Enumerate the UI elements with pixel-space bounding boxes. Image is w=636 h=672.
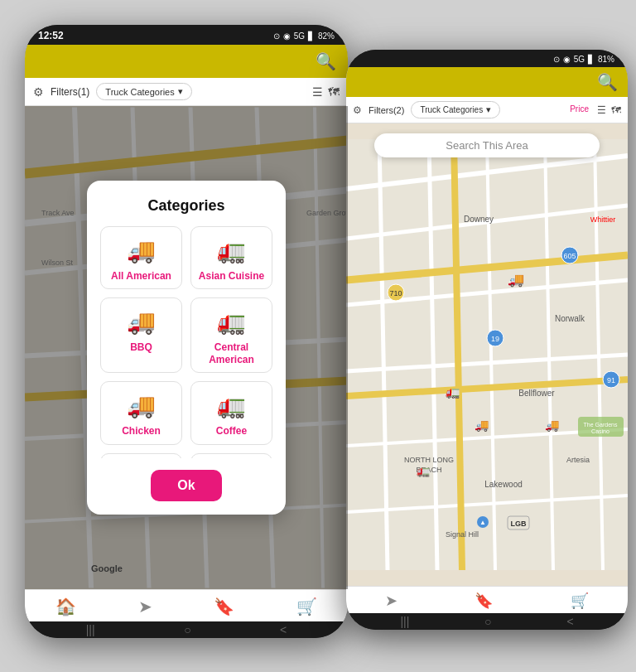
coffee-label: Coffee <box>216 425 247 437</box>
svg-text:Signal Hill: Signal Hill <box>446 530 479 539</box>
svg-text:19: 19 <box>491 335 499 343</box>
nav-cart-left[interactable]: 🛒 <box>296 597 317 616</box>
back-gesture-right: ||| <box>400 615 409 628</box>
back-gesture-left: ||| <box>86 623 95 636</box>
category-bbq[interactable]: 🚚 BBQ <box>100 297 182 373</box>
filter-bar-right: ⚙ Filters(2) Truck Categories ▾ Price ☰ … <box>346 97 628 123</box>
bottom-nav-left: 🏠 ➤ 🔖 🛒 <box>25 589 348 621</box>
phone-right: ⊙ ◉ 5G ▋ 81% 🔍 ⚙ Filters(2) Truck Catego… <box>346 50 628 630</box>
search-icon-left[interactable]: 🔍 <box>316 51 336 71</box>
category-item7[interactable]: 🚚 <box>100 453 182 458</box>
app-screen-right: 🔍 ⚙ Filters(2) Truck Categories ▾ Price … <box>346 67 628 613</box>
filters-label-left[interactable]: Filters(1) <box>51 86 89 98</box>
recent-gesture-right: < <box>566 615 573 628</box>
svg-text:Norwalk: Norwalk <box>555 314 585 323</box>
modal-overlay: Categories 🚚 All American 🚛 Asian Cuisin… <box>25 106 348 589</box>
bbq-label: BBQ <box>130 341 152 353</box>
category-central-american[interactable]: 🚛 Central American <box>190 297 272 373</box>
svg-text:🚚: 🚚 <box>545 418 560 433</box>
svg-text:Downey: Downey <box>464 215 494 224</box>
home-indicator-right: ||| ○ < <box>346 613 628 630</box>
recent-gesture-left: < <box>280 623 287 636</box>
nav-location-right[interactable]: ➤ <box>385 592 398 610</box>
svg-text:🚛: 🚛 <box>417 464 431 478</box>
status-icons-right: ⊙ ◉ 5G ▋ 81% <box>553 55 614 64</box>
category-item8[interactable]: 🚛 <box>190 453 272 458</box>
status-time-left: 12:52 <box>38 30 64 41</box>
search-icon-right[interactable]: 🔍 <box>597 72 618 92</box>
svg-text:🚚: 🚚 <box>508 272 524 288</box>
price-filter-right[interactable]: Price <box>570 104 589 116</box>
home-gesture-right[interactable]: ○ <box>484 615 491 628</box>
category-all-american[interactable]: 🚚 All American <box>100 226 182 289</box>
central-american-img: 🚛 <box>210 305 254 338</box>
nav-home-left[interactable]: 🏠 <box>55 597 76 616</box>
nav-cart-right[interactable]: 🛒 <box>571 592 589 610</box>
modal-title: Categories <box>100 197 272 215</box>
asian-cuisine-label: Asian Cuisine <box>199 270 264 282</box>
map-area-left: Track Ave Wilson St Garden Grove Google … <box>25 106 348 589</box>
bbq-img: 🚚 <box>119 305 164 338</box>
view-icons-left: ☰ 🗺 <box>312 85 340 99</box>
home-indicator-left: ||| ○ < <box>25 621 348 638</box>
status-icons-left: ⊙ ◉ 5G ▋ 82% <box>273 31 335 41</box>
svg-text:Artesia: Artesia <box>566 456 590 464</box>
categories-grid: 🚚 All American 🚛 Asian Cuisine 🚚 BBQ <box>100 226 272 458</box>
svg-text:710: 710 <box>389 289 402 297</box>
map-view-icon-right[interactable]: 🗺 <box>611 104 621 116</box>
central-american-label: Central American <box>198 341 265 365</box>
filter-sliders-icon: ⚙ <box>33 85 44 99</box>
all-american-img: 🚚 <box>119 234 164 267</box>
scene: 12:52 ⊙ ◉ 5G ▋ 82% 🔍 ⚙ Filters(1) Truck … <box>0 0 636 672</box>
app-screen-left: 🔍 ⚙ Filters(1) Truck Categories ▾ ☰ 🗺 <box>25 45 348 621</box>
search-this-area-button[interactable]: Search This Area <box>374 133 600 157</box>
coffee-img: 🚛 <box>210 389 254 422</box>
svg-text:🚛: 🚛 <box>446 385 460 399</box>
svg-text:Bellflower: Bellflower <box>518 389 555 398</box>
home-gesture-left[interactable]: ○ <box>184 623 190 636</box>
category-asian-cuisine[interactable]: 🚛 Asian Cuisine <box>190 226 272 289</box>
top-bar-left: 🔍 <box>25 45 348 78</box>
svg-text:Lakewood: Lakewood <box>484 480 523 489</box>
list-view-icon-right[interactable]: ☰ <box>597 104 606 116</box>
phone-left: 12:52 ⊙ ◉ 5G ▋ 82% 🔍 ⚙ Filters(1) Truck … <box>25 25 348 638</box>
svg-text:NORTH LONG: NORTH LONG <box>404 456 454 464</box>
filters-label-right[interactable]: Filters(2) <box>369 105 404 115</box>
all-american-label: All American <box>111 270 171 282</box>
svg-text:🚚: 🚚 <box>475 418 489 433</box>
chicken-img: 🚚 <box>119 389 164 422</box>
category-chicken[interactable]: 🚚 Chicken <box>100 381 182 444</box>
status-bar-right: ⊙ ◉ 5G ▋ 81% <box>346 50 628 67</box>
status-bar-left: 12:52 ⊙ ◉ 5G ▋ 82% <box>25 25 348 45</box>
truck-categories-dropdown-right[interactable]: Truck Categories ▾ <box>411 101 500 118</box>
map-area-right: Search This Area <box>346 123 628 586</box>
nav-bookmark-left[interactable]: 🔖 <box>214 597 234 616</box>
svg-text:The Gardens: The Gardens <box>584 422 618 428</box>
filter-sliders-icon-right: ⚙ <box>353 104 362 116</box>
ok-button[interactable]: Ok <box>151 470 221 501</box>
svg-text:LGB: LGB <box>511 520 527 528</box>
top-bar-right: 🔍 <box>346 67 628 97</box>
view-icons-right: Price ☰ 🗺 <box>570 104 621 116</box>
svg-text:▲: ▲ <box>479 519 486 526</box>
asian-cuisine-img: 🚛 <box>210 234 254 267</box>
map-view-icon-left[interactable]: 🗺 <box>328 85 340 99</box>
svg-text:Whittier: Whittier <box>590 215 616 224</box>
search-area-bar: Search This Area <box>374 133 600 157</box>
list-view-icon-left[interactable]: ☰ <box>312 85 323 99</box>
svg-text:91: 91 <box>607 376 615 384</box>
category-coffee[interactable]: 🚛 Coffee <box>190 381 272 444</box>
nav-location-left[interactable]: ➤ <box>138 597 152 616</box>
bottom-nav-right: ➤ 🔖 🛒 <box>346 586 628 613</box>
categories-modal: Categories 🚚 All American 🚛 Asian Cuisin… <box>87 181 286 515</box>
chicken-label: Chicken <box>122 425 161 437</box>
svg-text:605: 605 <box>563 252 576 260</box>
nav-bookmark-right[interactable]: 🔖 <box>475 592 493 610</box>
truck-categories-dropdown-left[interactable]: Truck Categories ▾ <box>96 83 191 100</box>
filter-bar-left: ⚙ Filters(1) Truck Categories ▾ ☰ 🗺 <box>25 78 348 106</box>
svg-text:Casino: Casino <box>591 428 610 434</box>
